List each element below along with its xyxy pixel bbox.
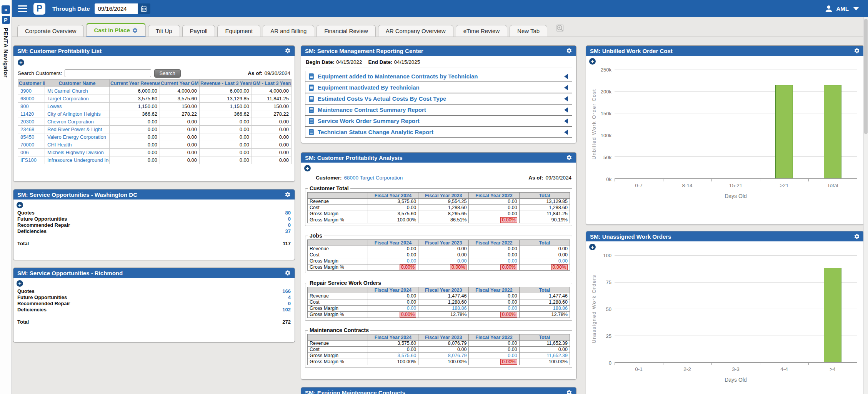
add-icon[interactable]: + [17, 280, 23, 287]
bar[interactable] [775, 85, 793, 178]
gear-icon[interactable] [854, 48, 860, 54]
value-link[interactable]: 0.00 [508, 353, 517, 358]
metric-value-link[interactable]: 37 [285, 228, 291, 234]
customer-name-link[interactable]: CHI Health [47, 142, 72, 148]
report-item[interactable]: Equipment added to Maintenance Contracts… [305, 71, 572, 82]
customer-name-link[interactable]: Mt Carmel Church [47, 88, 88, 94]
report-item[interactable]: Maintenance Contract Summary Report [305, 104, 572, 115]
report-item[interactable]: Technician Status Change Analytic Report [305, 126, 572, 138]
tab-financial-review[interactable]: Financial Review [317, 25, 375, 37]
customer-name-link[interactable]: City of Arlington Heights [47, 111, 101, 117]
metric-value-link[interactable]: 166 [282, 288, 291, 294]
report-link[interactable]: Estimated Costs Vs Actual Costs By Cost … [318, 95, 446, 102]
column-header[interactable]: Revenue - Last 3 Years [200, 80, 252, 87]
customer-id-link[interactable]: 68000 [20, 96, 34, 101]
value-link[interactable]: 0.00 [508, 306, 517, 311]
value-link[interactable]: 188.86 [553, 306, 568, 311]
collapse-arrow-icon[interactable] [564, 96, 568, 101]
tab-tilt-up[interactable]: Tilt Up [148, 25, 180, 37]
column-header[interactable]: Current Year GM [160, 80, 200, 87]
value-link[interactable]: 8,076.79 [448, 353, 467, 358]
customer-name-link[interactable]: Infrasource Underground Inc. [47, 157, 110, 163]
tab-cast-in-place[interactable]: Cast In Place [86, 23, 145, 37]
tab-gear-icon[interactable] [132, 27, 138, 33]
metric-value-link[interactable]: 80 [285, 210, 291, 216]
gear-icon[interactable] [566, 48, 572, 54]
customer-id-link[interactable]: 11420 [20, 111, 34, 117]
collapse-arrow-icon[interactable] [564, 118, 568, 124]
collapse-arrow-icon[interactable] [564, 107, 568, 113]
customer-name-link[interactable]: Chevron Corporation [47, 119, 94, 125]
collapse-arrow-icon[interactable] [564, 74, 568, 79]
tab-ar-and-billing[interactable]: AR and Billing [263, 25, 314, 37]
calendar-button[interactable] [138, 3, 150, 14]
customer-link[interactable]: 68000 Target Corporation [344, 175, 403, 181]
column-header[interactable]: Customer ID [18, 80, 45, 87]
report-link[interactable]: Technician Status Change Analytic Report [318, 129, 433, 135]
customer-id-link[interactable]: 20300 [20, 119, 34, 125]
report-link[interactable]: Equipment Inactivated By Technician [318, 84, 420, 91]
gear-icon[interactable] [285, 270, 291, 276]
scrollbar[interactable] [863, 17, 868, 394]
value-link[interactable]: 3,575.60 [397, 353, 416, 358]
bar[interactable] [824, 268, 841, 362]
gear-icon[interactable] [566, 155, 572, 161]
value-link[interactable]: 11,652.39 [546, 353, 568, 358]
customer-id-link[interactable]: 23468 [20, 126, 34, 132]
customer-id-link[interactable]: IFS100 [20, 157, 37, 163]
report-link[interactable]: Service Work Order Summary Report [318, 118, 420, 124]
customer-name-link[interactable]: Red River Power & Light [47, 126, 102, 132]
menu-icon[interactable] [18, 5, 27, 12]
add-icon[interactable]: + [17, 202, 23, 208]
bar[interactable] [824, 85, 841, 178]
search-customers-input[interactable] [65, 69, 151, 77]
metric-value-link[interactable]: 0 [288, 216, 291, 222]
metric-value-link[interactable]: 0 [288, 222, 291, 228]
report-link[interactable]: Equipment added to Maintenance Contracts… [318, 73, 478, 80]
gear-icon[interactable] [854, 233, 860, 239]
gear-icon[interactable] [566, 389, 572, 394]
tab-new-tab[interactable]: New Tab [510, 25, 547, 37]
tab-etime-review[interactable]: eTime Review [456, 25, 507, 37]
through-date-input[interactable] [95, 3, 138, 14]
collapse-arrow-icon[interactable] [564, 85, 568, 90]
tab-corporate-overview[interactable]: Corporate Overview [17, 25, 84, 37]
value-link[interactable]: 0.00 [508, 258, 517, 264]
user-menu[interactable]: AML [824, 4, 859, 13]
customer-id-link[interactable]: 85450 [20, 134, 34, 140]
customer-id-link[interactable]: 3900 [20, 88, 32, 94]
metric-value-link[interactable]: 102 [282, 307, 291, 313]
tab-equipment[interactable]: Equipment [217, 25, 260, 37]
add-icon[interactable]: + [304, 165, 311, 171]
customer-name-link[interactable]: Michels Highway Division [47, 150, 104, 155]
value-link[interactable]: 0.00 [558, 258, 568, 264]
customer-name-link[interactable]: Valero Energy Corporation [47, 134, 106, 140]
column-header[interactable]: Customer Name [45, 80, 110, 87]
column-header[interactable]: GM - Last 3 Years [252, 80, 292, 87]
tab-payroll[interactable]: Payroll [182, 25, 215, 37]
add-icon[interactable]: + [589, 244, 596, 250]
metric-value-link[interactable]: 4 [288, 294, 291, 300]
value-link[interactable]: 0.00 [407, 258, 416, 264]
value-link[interactable]: 188.86 [452, 306, 466, 311]
report-item[interactable]: Equipment Inactivated By Technician [305, 82, 572, 93]
value-link[interactable]: 0.00 [457, 258, 466, 264]
tab-ar-company-overview[interactable]: AR Company Overview [378, 25, 453, 37]
customer-name-link[interactable]: Target Corporation [47, 96, 89, 101]
collapse-arrow-icon[interactable] [564, 130, 568, 135]
report-item[interactable]: Service Work Order Summary Report [305, 115, 572, 126]
zoom-add-icon[interactable] [556, 24, 564, 34]
customer-id-link[interactable]: 800 [20, 103, 29, 109]
customer-id-link[interactable]: 006 [20, 150, 29, 155]
report-link[interactable]: Maintenance Contract Summary Report [318, 106, 426, 113]
gear-icon[interactable] [285, 191, 291, 198]
customer-id-link[interactable]: 70000 [20, 142, 34, 148]
value-link[interactable]: 0.00 [407, 306, 416, 311]
search-button[interactable]: Search [154, 69, 181, 78]
metric-value-link[interactable]: 0 [288, 301, 291, 306]
scrollbar-thumb[interactable] [864, 19, 868, 134]
gear-icon[interactable] [285, 48, 291, 54]
report-item[interactable]: Estimated Costs Vs Actual Costs By Cost … [305, 93, 572, 104]
column-header[interactable]: Current Year Revenue [110, 80, 160, 87]
customer-name-link[interactable]: Lowes [47, 103, 62, 109]
